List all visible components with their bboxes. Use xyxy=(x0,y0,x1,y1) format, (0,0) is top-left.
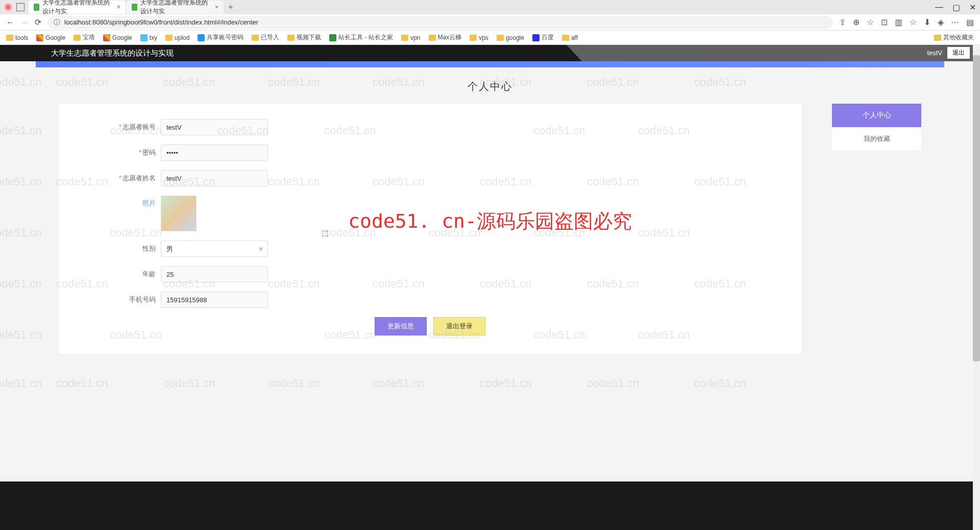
update-button[interactable]: 更新信息 xyxy=(375,317,427,335)
close-icon[interactable]: × xyxy=(215,4,218,11)
watermark-main: code51. cn-源码乐园盗图必究 xyxy=(348,208,632,234)
scrollbar-thumb[interactable] xyxy=(973,55,980,362)
bookmark-share-pwd[interactable]: 共享账号密码 xyxy=(198,33,243,42)
bookmark-google[interactable]: Google xyxy=(36,34,65,41)
bookmarks-bar: tools Google 宝塔 Google txy uplod 共享账号密码 … xyxy=(0,31,980,45)
app-title: 大学生志愿者管理系统的设计与实现 xyxy=(51,49,174,58)
sidebar-icon[interactable]: ▤ xyxy=(966,17,974,27)
bookmark-video-dl[interactable]: 视频下载 xyxy=(287,33,321,42)
password-label: *密码 xyxy=(59,148,161,157)
ext-icon[interactable]: ◈ xyxy=(938,17,944,27)
account-input[interactable] xyxy=(161,119,268,135)
bookmark-maxyt[interactable]: Max云梯 xyxy=(429,33,462,42)
bookmark-zzgj[interactable]: 站长工具 - 站长之家 xyxy=(329,33,393,42)
browser-nav-bar: ← → ⟳ ⓘ localhost:8080/springboot9fcw0/f… xyxy=(0,14,980,31)
browser-tab-1[interactable]: 大学生志愿者管理系统的设计与实 × xyxy=(29,1,126,14)
tab-title: 大学生志愿者管理系统的设计与实 xyxy=(140,0,211,16)
menu-icon[interactable]: ⋯ xyxy=(951,17,959,27)
bookmark-tools[interactable]: tools xyxy=(6,34,28,41)
back-button[interactable]: ← xyxy=(6,18,14,27)
page-heading: 个人中心 xyxy=(0,67,980,104)
bookmark-baidu[interactable]: 百度 xyxy=(532,33,554,42)
gender-label: 性别 xyxy=(59,244,161,253)
tab-title: 大学生志愿者管理系统的设计与实 xyxy=(42,0,113,16)
side-my-favorites[interactable]: 我的收藏 xyxy=(832,127,921,151)
side-panel: 个人中心 我的收藏 xyxy=(832,104,921,354)
name-input[interactable] xyxy=(161,170,268,186)
browser-tab-strip: 大学生志愿者管理系统的设计与实 × 大学生志愿者管理系统的设计与实 × + — … xyxy=(0,0,980,14)
bookmark-google-f[interactable]: google xyxy=(497,34,524,41)
bookmark-aff[interactable]: aff xyxy=(562,34,578,41)
site-info-icon[interactable]: ⓘ xyxy=(54,18,60,27)
favorites-icon[interactable]: ☆ xyxy=(910,17,917,27)
phone-label: 手机号码 xyxy=(59,295,161,304)
bookmark-vpn[interactable]: vpn xyxy=(401,34,420,41)
bookmark-google2[interactable]: Google xyxy=(103,34,132,41)
age-label: 年龄 xyxy=(59,270,161,279)
forward-button[interactable]: → xyxy=(20,18,29,27)
side-personal-center[interactable]: 个人中心 xyxy=(832,104,921,127)
bookmark-baota[interactable]: 宝塔 xyxy=(74,33,95,42)
vertical-scrollbar[interactable] xyxy=(973,45,980,530)
tab-favicon xyxy=(34,4,39,11)
accent-bar xyxy=(36,61,944,67)
age-input[interactable] xyxy=(161,266,268,282)
bookmark-imported[interactable]: 已导入 xyxy=(252,33,279,42)
app-viewport: code51.cn code51.cn code51.cn code51.cn … xyxy=(0,45,980,530)
app-footer xyxy=(0,481,980,530)
bookmark-txy[interactable]: txy xyxy=(140,34,157,41)
tab-favicon xyxy=(132,4,137,11)
photo-label: 照片 xyxy=(59,196,161,208)
share-icon[interactable]: ⇪ xyxy=(839,17,846,27)
address-bar[interactable]: ⓘ localhost:8080/springboot9fcw0/front/d… xyxy=(47,16,833,29)
collections-icon[interactable]: ▥ xyxy=(895,17,902,27)
tab-search-icon[interactable] xyxy=(16,3,24,11)
maximize-icon[interactable]: ▢ xyxy=(952,3,960,12)
other-bookmarks[interactable]: 其他收藏夹 xyxy=(934,33,974,42)
phone-input[interactable] xyxy=(161,292,268,308)
photo-upload[interactable] xyxy=(161,196,197,231)
zoom-icon[interactable]: ⊕ xyxy=(853,17,860,27)
account-label: *志愿者账号 xyxy=(59,123,161,132)
gender-select[interactable]: 男 xyxy=(161,240,268,257)
current-user: testV xyxy=(927,49,942,57)
extensions-icon[interactable]: ⊡ xyxy=(881,17,888,27)
url-text: localhost:8080/springboot9fcw0/front/dis… xyxy=(64,18,258,26)
name-label: *志愿者姓名 xyxy=(59,174,161,183)
new-tab-button[interactable]: + xyxy=(225,3,237,12)
logout-login-button[interactable]: 退出登录 xyxy=(433,317,485,335)
cursor-icon: ⬚ xyxy=(322,229,328,237)
logout-button[interactable]: 退出 xyxy=(947,47,970,59)
profile-icon[interactable] xyxy=(4,3,12,11)
minimize-icon[interactable]: — xyxy=(935,3,943,12)
bookmark-vps[interactable]: vps xyxy=(470,34,488,41)
downloads-icon[interactable]: ⬇ xyxy=(924,17,930,27)
close-window-icon[interactable]: ✕ xyxy=(969,3,976,12)
close-icon[interactable]: × xyxy=(117,4,120,11)
reload-button[interactable]: ⟳ xyxy=(35,17,41,27)
browser-tab-2[interactable]: 大学生志愿者管理系统的设计与实 × xyxy=(127,1,224,14)
bookmark-uplod[interactable]: uplod xyxy=(165,34,189,41)
app-header: 大学生志愿者管理系统的设计与实现 testV 退出 xyxy=(0,45,980,61)
password-input[interactable] xyxy=(161,144,268,161)
star-icon[interactable]: ☆ xyxy=(867,17,874,27)
